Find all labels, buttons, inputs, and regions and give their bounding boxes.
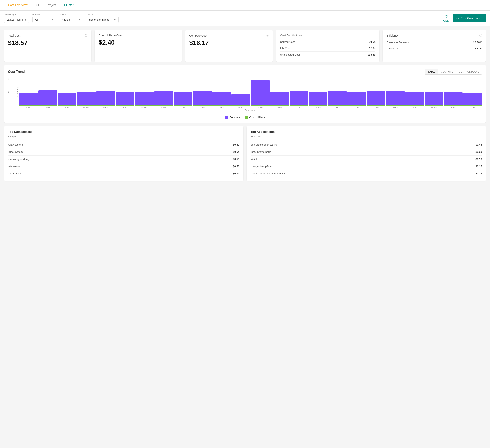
bar-group (58, 79, 77, 106)
clear-button[interactable]: ↺ Clear (443, 14, 449, 22)
namespace-row: amazon-guardduty$0.53 (8, 155, 239, 162)
trend-btn-control-plane[interactable]: CONTROL PLANE (456, 69, 482, 74)
trend-btn-total[interactable]: TOTAL (425, 69, 438, 74)
top-applications-card: Top Applications ☰ By Spend opa-gatekeep… (247, 126, 486, 181)
legend-swatch (225, 116, 228, 119)
project-value: mango (62, 18, 70, 21)
application-row: aws-node-termination-handler$0.13 (251, 170, 482, 177)
bar-compute (444, 92, 463, 105)
cost-distributions-card: Cost Distributions Utilized Cost$0.54Idl… (276, 30, 379, 62)
list-icon[interactable]: ☰ (236, 130, 239, 135)
bar-compute (289, 91, 308, 105)
trend-button-group: TOTALCOMPUTECONTROL PLANE (425, 69, 482, 75)
bar-compute (309, 92, 327, 105)
y-axis-label: Cost (in $) (16, 87, 18, 97)
nav-cluster[interactable]: Cluster (60, 0, 78, 10)
bar-control (289, 105, 308, 106)
x-axis-label: 07 Hrs (96, 107, 115, 109)
bar-compute (154, 91, 173, 105)
provider-filter: Provider All ▼ (32, 13, 56, 23)
bar-control (386, 105, 405, 106)
bar-compute (251, 80, 270, 105)
compute-cost-value: $16.17 (189, 39, 269, 47)
date-range-filter: Date Range Last 24 Hours ▼ (4, 13, 29, 23)
info-icon[interactable]: ⓘ (85, 34, 88, 37)
cost-governance-button[interactable]: ⚙ Cost Governance (453, 14, 486, 22)
bar-group (444, 79, 463, 106)
applications-list: opa-gatekeeper-3.14.0$0.46rafay-promethe… (251, 141, 482, 177)
info-icon[interactable]: ⓘ (266, 34, 269, 37)
project-select[interactable]: mango ▼ (60, 17, 83, 23)
bar-group (38, 79, 57, 106)
top-applications-subtitle: By Spend (251, 135, 482, 138)
filter-bar: Date Range Last 24 Hours ▼ Provider All … (0, 11, 490, 26)
x-axis-label: 00 Hrs (425, 107, 444, 109)
bar-control (77, 105, 96, 106)
application-row: opa-gatekeeper-3.14.0$0.46 (251, 141, 482, 148)
bar-group (154, 79, 173, 106)
efficiency-row: Utilization13.87% (386, 45, 482, 52)
date-range-select[interactable]: Last 24 Hours ▼ (4, 17, 29, 23)
cluster-value: demo-eks-mango (89, 18, 109, 21)
x-axis-label: 08 Hrs (115, 107, 134, 109)
bar-control (309, 105, 327, 106)
bar-control (116, 105, 134, 106)
cost-distributions-title: Cost Distributions (280, 34, 375, 37)
top-applications-title: Top Applications (251, 130, 275, 134)
list-icon[interactable]: ☰ (479, 130, 482, 135)
top-nav: Cost Overview All Project Cluster (0, 0, 490, 11)
bar-control (231, 105, 250, 106)
bar-compute (231, 94, 250, 105)
bar-compute (96, 91, 115, 105)
chart-legend: ComputeControl Plane (8, 116, 482, 119)
legend-swatch (245, 116, 248, 119)
bar-compute (328, 91, 347, 105)
bar-compute (116, 92, 134, 105)
bar-group (77, 79, 96, 106)
bar-group (251, 79, 270, 106)
bar-group (212, 79, 231, 106)
bar-control (135, 105, 154, 106)
bar-group (289, 79, 308, 106)
provider-select[interactable]: All ▼ (32, 17, 56, 23)
chevron-down-icon: ▼ (24, 18, 26, 21)
bottom-row: Top Namespaces ☰ By Spend rafay-system$0… (4, 126, 486, 181)
bar-group (367, 79, 385, 106)
info-icon[interactable]: ⓘ (479, 34, 482, 37)
bar-control (270, 105, 289, 106)
trend-btn-compute[interactable]: COMPUTE (438, 69, 456, 74)
provider-label: Provider (32, 13, 56, 16)
nav-cost-overview[interactable]: Cost Overview (4, 0, 32, 10)
nav-project[interactable]: Project (43, 0, 60, 10)
bar-group (386, 79, 405, 106)
application-row: cd-agent-emp74em$0.15 (251, 162, 482, 170)
bar-group (193, 79, 212, 106)
nav-all[interactable]: All (32, 0, 43, 10)
x-axis-label: 12 Hrs (193, 107, 211, 109)
control-plane-cost-title: Control Plane Cost (99, 34, 178, 37)
namespaces-list: rafay-system$0.87kube-system$0.64amazon-… (8, 141, 239, 177)
x-axis-label: 03 Hrs (19, 107, 37, 109)
x-axis-label: 16 Hrs (270, 107, 289, 109)
x-axis-label: 04 Hrs (38, 107, 57, 109)
compute-cost-title: Compute Cost ⓘ (189, 34, 269, 37)
bar-control (328, 105, 347, 106)
total-cost-value: $18.57 (8, 39, 88, 47)
trend-title: Cost Trend (8, 70, 25, 74)
main-content: Total Cost ⓘ $18.57 Control Plane Cost $… (0, 26, 490, 185)
cluster-select[interactable]: demo-eks-mango ▼ (87, 17, 119, 23)
bar-compute (463, 93, 482, 105)
efficiency-card: Efficiency ⓘ Resource Requests20.88%Util… (383, 30, 486, 62)
control-plane-cost-card: Control Plane Cost $2.40 (95, 30, 182, 62)
date-range-value: Last 24 Hours (7, 18, 23, 21)
bar-compute (19, 93, 38, 105)
bar-control (174, 105, 192, 106)
x-axis-label: 06 Hrs (77, 107, 96, 109)
x-axis-label: 19 Hrs (328, 107, 347, 109)
cost-governance-label: Cost Governance (461, 17, 482, 20)
bar-compute (135, 92, 154, 105)
bar-control (463, 105, 482, 106)
total-cost-title: Total Cost ⓘ (8, 34, 88, 37)
bar-control (58, 105, 77, 106)
bar-group (405, 79, 424, 106)
